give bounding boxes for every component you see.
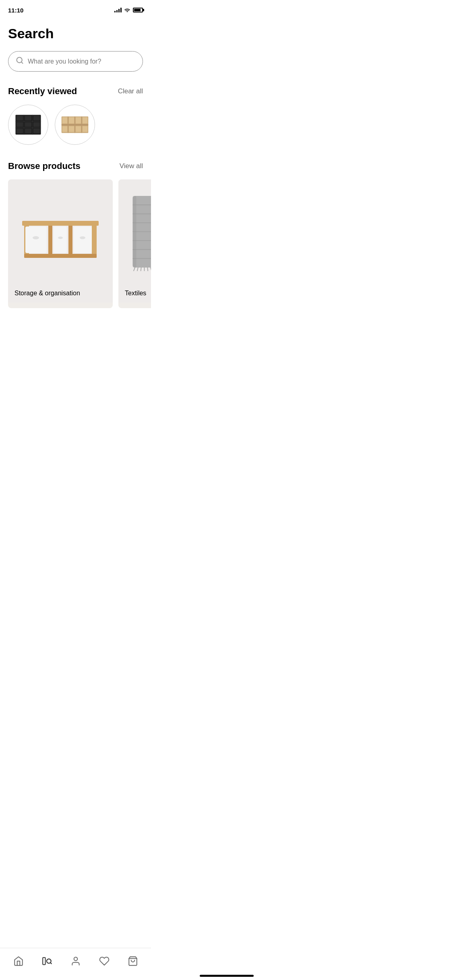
browse-products-title: Browse products bbox=[8, 161, 81, 171]
status-time: 11:10 bbox=[8, 7, 23, 14]
category-label-storage: Storage & organisation bbox=[8, 284, 113, 303]
svg-rect-21 bbox=[62, 117, 68, 124]
status-icons bbox=[114, 6, 143, 14]
light-bookcase-image bbox=[61, 113, 89, 137]
svg-rect-8 bbox=[25, 116, 32, 121]
svg-rect-9 bbox=[33, 116, 40, 121]
svg-rect-35 bbox=[25, 226, 47, 253]
svg-point-40 bbox=[80, 237, 85, 239]
svg-rect-36 bbox=[54, 226, 67, 253]
svg-rect-32 bbox=[22, 221, 99, 226]
svg-rect-34 bbox=[68, 226, 72, 255]
category-image-storage bbox=[8, 179, 113, 284]
dark-bookcase-image bbox=[14, 113, 42, 137]
recently-viewed-item-1[interactable] bbox=[8, 105, 48, 145]
svg-rect-28 bbox=[83, 126, 88, 132]
svg-rect-31 bbox=[24, 254, 97, 258]
svg-line-51 bbox=[141, 268, 141, 271]
svg-rect-25 bbox=[62, 126, 68, 132]
svg-line-50 bbox=[137, 268, 138, 271]
svg-rect-22 bbox=[69, 117, 74, 124]
svg-rect-30 bbox=[92, 224, 97, 258]
svg-rect-27 bbox=[76, 126, 81, 132]
signal-icon bbox=[114, 8, 122, 12]
battery-icon bbox=[133, 8, 143, 12]
storage-product-image bbox=[20, 191, 101, 272]
recently-viewed-items bbox=[8, 105, 143, 145]
clear-all-button[interactable]: Clear all bbox=[118, 87, 143, 95]
svg-rect-11 bbox=[25, 122, 32, 127]
category-card-storage[interactable]: Storage & organisation bbox=[8, 179, 113, 308]
svg-rect-13 bbox=[17, 129, 23, 134]
svg-rect-60 bbox=[133, 196, 137, 268]
recently-viewed-section: Recently viewed Clear all bbox=[8, 86, 143, 145]
svg-rect-33 bbox=[48, 226, 52, 255]
search-input[interactable] bbox=[28, 58, 135, 65]
wifi-icon bbox=[124, 6, 130, 14]
svg-rect-14 bbox=[25, 129, 32, 134]
svg-line-1 bbox=[21, 62, 23, 64]
svg-rect-15 bbox=[33, 129, 40, 134]
svg-line-49 bbox=[134, 268, 135, 271]
textiles-product-image bbox=[118, 191, 151, 272]
main-content: Search Recently viewed Clear all bbox=[0, 18, 151, 308]
search-icon bbox=[16, 56, 24, 66]
svg-line-54 bbox=[151, 268, 151, 271]
category-label-textiles: Textiles bbox=[118, 284, 151, 303]
search-bar[interactable] bbox=[8, 51, 143, 72]
view-all-button[interactable]: View all bbox=[120, 162, 143, 170]
category-card-textiles[interactable]: Textiles bbox=[118, 179, 151, 308]
svg-rect-12 bbox=[33, 122, 40, 127]
recently-viewed-title: Recently viewed bbox=[8, 86, 77, 97]
svg-rect-24 bbox=[83, 117, 88, 124]
browse-products-section: Browse products View all bbox=[8, 161, 143, 308]
svg-rect-7 bbox=[17, 116, 23, 121]
svg-point-38 bbox=[33, 236, 39, 239]
svg-point-39 bbox=[58, 237, 63, 239]
svg-line-53 bbox=[147, 268, 148, 271]
product-categories: Storage & organisation bbox=[0, 179, 151, 308]
browse-products-header: Browse products View all bbox=[8, 161, 143, 171]
svg-rect-26 bbox=[69, 126, 74, 132]
recently-viewed-header: Recently viewed Clear all bbox=[8, 86, 143, 97]
status-bar: 11:10 bbox=[0, 0, 151, 18]
category-image-textiles bbox=[118, 179, 151, 284]
page-title: Search bbox=[8, 26, 143, 41]
svg-rect-10 bbox=[17, 122, 23, 127]
svg-rect-37 bbox=[74, 226, 92, 253]
recently-viewed-item-2[interactable] bbox=[55, 105, 95, 145]
svg-rect-23 bbox=[76, 117, 81, 124]
